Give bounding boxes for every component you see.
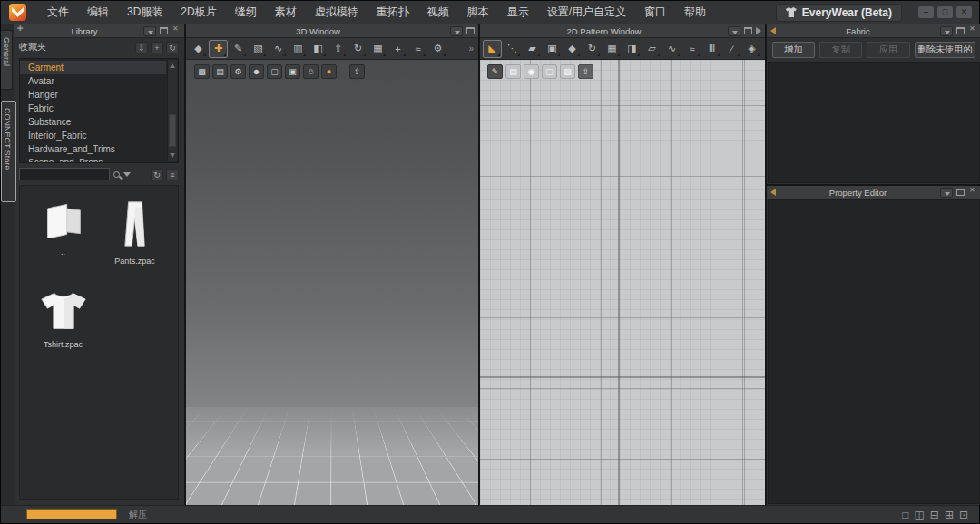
3d-viewport[interactable]: ▩▤⚙☻▢▣☺● ⇧ [186,60,478,505]
edit-curve-icon[interactable]: ▰ [523,40,542,58]
close-panel-icon[interactable] [968,26,977,35]
panel-menu-dropdown[interactable] [450,26,463,36]
panel-menu-dropdown[interactable] [940,188,953,198]
library-folder-item[interactable]: Hardware_and_Trims [20,142,166,156]
edit-sew-icon[interactable]: ∕ [722,40,741,58]
close-panel-icon[interactable] [968,188,977,197]
dart-icon[interactable]: ◆ [563,40,582,58]
layout-two-pane-icon[interactable]: ◫ [914,509,924,521]
float-panel-icon[interactable] [466,27,475,34]
library-folder-item[interactable]: Substance [20,115,166,129]
internal-lines-icon[interactable]: ⚙ [230,64,246,79]
toolbar-overflow-icon[interactable]: » [468,44,475,53]
panel-menu-dropdown[interactable] [143,26,156,36]
select-move-icon[interactable]: ✚ [209,40,228,58]
fabric-button[interactable]: 应用 [867,42,909,58]
restore-button[interactable]: □ [937,6,953,18]
fabric-list-area[interactable] [768,62,980,183]
library-file[interactable]: .. [43,200,84,266]
menu-item[interactable]: 帮助 [675,5,715,20]
transform-icon[interactable]: ◣ [483,40,502,58]
tab-connect-store[interactable]: CONNECT Store [1,101,16,202]
flip-icon[interactable]: ◧ [309,40,328,58]
tack-icon[interactable]: + [388,40,407,58]
refresh-icon[interactable]: ↻ [166,42,179,53]
minimize-button[interactable]: – [918,6,934,18]
capture-2d-icon[interactable]: ⇧ [578,64,593,79]
fabric-button[interactable]: 增加 [772,42,815,58]
edit-pattern-icon[interactable]: ⋱ [503,40,522,58]
menu-item[interactable]: 显示 [498,5,538,20]
search-icon[interactable] [113,171,120,178]
dock-arrow-icon[interactable] [770,27,776,34]
menu-item[interactable]: 虚拟模特 [306,5,368,20]
search-filter-dropdown-icon[interactable] [123,172,131,177]
menu-item[interactable]: 重拓扑 [368,5,418,20]
fabric-button[interactable]: 复制 [819,42,862,58]
list-view-icon[interactable]: ≡ [166,169,179,180]
close-button[interactable]: ✕ [956,6,972,18]
2d-canvas[interactable]: ✎▤◉▢▨⇧ [480,60,765,505]
bounding-volume-icon[interactable]: ▣ [285,64,300,79]
show-garment-icon[interactable]: ◈ [742,40,761,58]
library-folder-item[interactable]: Interior_Fabric [20,129,166,142]
sew-icon[interactable]: ∿ [269,40,288,58]
add-icon[interactable]: + [151,42,163,53]
texture-2d-icon[interactable]: ▨ [560,64,575,79]
simulate-icon[interactable]: ◆ [189,40,208,58]
scrollbar-thumb[interactable] [169,114,176,147]
search-input[interactable] [19,168,110,180]
wind-icon[interactable]: ≈ [408,40,427,58]
garment-toggle-icon[interactable]: ▤ [212,64,228,79]
menu-item[interactable]: 编辑 [78,5,118,20]
head-toggle-icon[interactable]: ☺ [303,64,318,79]
library-folder-item[interactable]: Hanger [20,88,166,102]
select-mesh-icon[interactable]: ✎ [229,40,248,58]
avatar-toggle-icon[interactable]: ☻ [249,64,264,79]
capture-icon[interactable]: ⇧ [349,64,365,79]
library-folder-item[interactable]: Garment [20,61,166,74]
menu-item[interactable]: 2D板片 [172,5,225,20]
pen-toggle-icon[interactable]: ✎ [487,64,503,79]
float-panel-icon[interactable] [956,189,965,196]
library-scrollbar[interactable] [167,60,177,161]
menu-item[interactable]: 脚本 [458,5,498,20]
reset-arrangement-icon[interactable]: ↻ [348,40,368,58]
layout-quad-icon[interactable]: ⊞ [945,509,954,521]
menu-item[interactable]: 3D服装 [118,5,172,20]
menu-item[interactable]: 视频 [418,5,458,20]
everywear-button[interactable]: EveryWear (Beta) [776,4,902,22]
property-editor-body[interactable] [768,199,980,504]
menu-item[interactable]: 缝纫 [226,5,266,20]
library-folder-item[interactable]: Avatar [20,74,166,88]
library-folder-item[interactable]: Fabric [20,102,166,115]
menu-item[interactable]: 设置/用户自定义 [538,5,635,20]
fabric-button[interactable]: 删除未使用的 [915,42,976,58]
segment-sew-icon[interactable]: ∿ [662,40,681,58]
add-point-icon[interactable]: ▣ [543,40,562,58]
float-panel-icon[interactable] [956,27,965,34]
multi-sew-icon[interactable]: Ⅲ [702,40,721,58]
library-file[interactable]: Tshirt.zpac [40,291,87,349]
float-panel-icon[interactable] [744,27,752,34]
mesh-grid-icon[interactable]: ▦ [368,40,387,58]
pin-icon[interactable]: ▧ [249,40,268,58]
library-file[interactable]: Pants.zpac [114,200,155,266]
panel-menu-dropdown[interactable] [728,26,740,36]
layout-single-icon[interactable]: □ [902,509,908,521]
free-sew-icon[interactable]: ≈ [682,40,701,58]
texture-surface-icon[interactable]: ▩ [194,64,210,79]
menu-item[interactable]: 文件 [38,5,78,20]
arrange-icon[interactable]: ▥ [289,40,308,58]
arrangement-points-icon[interactable]: ▢ [267,64,282,79]
panel-menu-dropdown[interactable] [940,26,953,36]
collapse-right-icon[interactable] [756,27,761,34]
fold-icon[interactable]: ▱ [642,40,662,58]
settings-icon[interactable]: ⚙ [428,40,447,58]
tab-general[interactable]: General [1,30,13,90]
import-icon[interactable]: ⇩ [135,42,148,53]
info-icon[interactable]: ◉ [524,64,539,79]
dock-arrow-icon[interactable] [770,189,776,196]
menu-item[interactable]: 素材 [266,5,306,20]
world-map-icon[interactable]: ● [321,64,337,79]
